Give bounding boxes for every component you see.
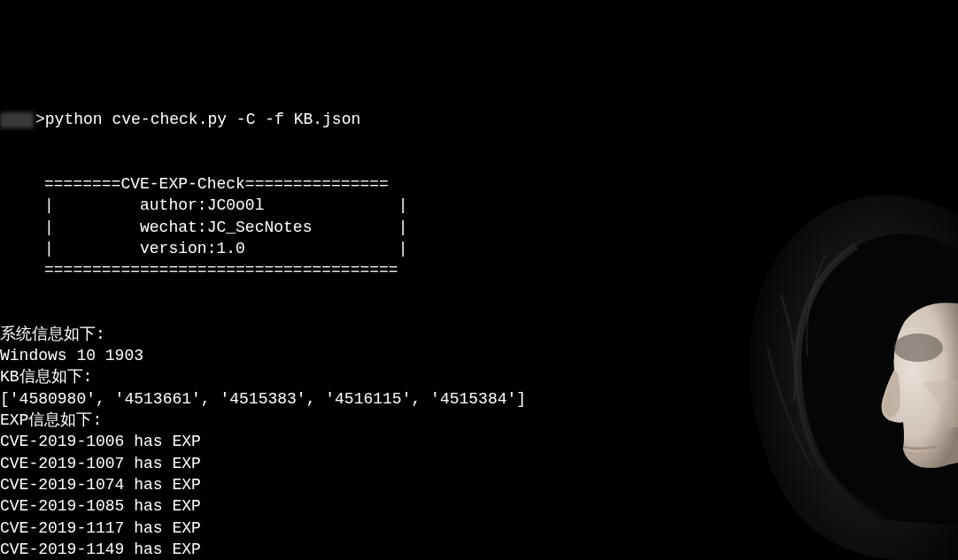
exp-result-line: CVE-2019-1006 has EXP [0, 431, 958, 452]
terminal-output[interactable]: >python cve-check.py -C -f KB.json =====… [0, 86, 958, 560]
banner-line: | version:1.0 | [44, 238, 958, 259]
command-prompt-line: >python cve-check.py -C -f KB.json [0, 109, 958, 130]
exp-result-line: CVE-2019-1085 has EXP [0, 495, 958, 517]
exp-result-line: CVE-2019-1074 has EXP [0, 474, 958, 495]
sysinfo-label: 系统信息如下: [0, 324, 958, 345]
exp-result-line: CVE-2019-1007 has EXP [0, 453, 958, 474]
sysinfo-value: Windows 10 1903 [0, 345, 958, 366]
kbinfo-label: KB信息如下: [0, 366, 958, 387]
command-text: python cve-check.py -C -f KB.json [45, 109, 360, 130]
system-info-block: 系统信息如下:Windows 10 1903KB信息如下:['4580980',… [0, 324, 958, 560]
exp-result-line: CVE-2019-1149 has EXP [0, 539, 958, 560]
prompt-arrow: > [35, 109, 45, 130]
prompt-host-obscured [0, 112, 34, 128]
expinfo-label: EXP信息如下: [0, 410, 958, 431]
kb-list: ['4580980', '4513661', '4515383', '45161… [0, 388, 958, 410]
banner-line: | wechat:JC_SecNotes | [44, 217, 958, 238]
banner-line: ========CVE-EXP-Check=============== [44, 173, 958, 195]
banner-block: ========CVE-EXP-Check===============| au… [44, 173, 958, 280]
exp-result-line: CVE-2019-1117 has EXP [0, 518, 958, 539]
banner-line: | author:JC0o0l | [44, 195, 958, 216]
banner-line: ===================================== [44, 259, 958, 280]
